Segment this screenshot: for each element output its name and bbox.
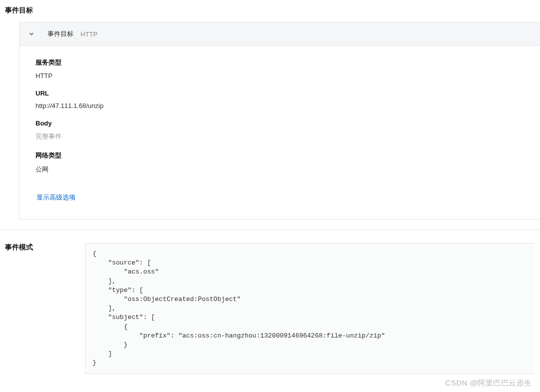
network-value: 公网 [36, 165, 524, 174]
target-header-subtype: HTTP [80, 30, 98, 38]
url-value: http://47.111.1.68/unzip [36, 102, 524, 110]
chevron-down-icon[interactable] [28, 31, 34, 37]
service-type-value: HTTP [36, 72, 524, 80]
event-target-card: 事件目标 HTTP 服务类型 HTTP URL http://47.111.1.… [19, 22, 540, 220]
network-label: 网络类型 [36, 151, 524, 160]
url-label: URL [36, 90, 524, 97]
event-target-title: 事件目标 [0, 0, 540, 22]
event-target-header[interactable]: 事件目标 HTTP [20, 22, 540, 46]
target-header-label: 事件目标 [48, 30, 74, 38]
field-network: 网络类型 公网 [36, 151, 524, 174]
body-label: Body [36, 120, 524, 127]
field-url: URL http://47.111.1.68/unzip [36, 90, 524, 110]
field-body: Body 完整事件 [36, 120, 524, 141]
body-value: 完整事件 [36, 132, 524, 141]
event-pattern-code[interactable]: { "source": [ "acs.oss" ], "type": [ "os… [85, 243, 535, 374]
event-target-body: 服务类型 HTTP URL http://47.111.1.68/unzip B… [20, 46, 540, 219]
field-service-type: 服务类型 HTTP [36, 58, 524, 80]
show-advanced-options-link[interactable]: 显示高级选项 [36, 191, 76, 204]
watermark: CSDN @阿里巴巴云原生 [446, 378, 532, 388]
event-pattern-title: 事件模式 [5, 243, 80, 252]
event-pattern-section: 事件模式 { "source": [ "acs.oss" ], "type": … [0, 230, 540, 379]
service-type-label: 服务类型 [36, 58, 524, 67]
